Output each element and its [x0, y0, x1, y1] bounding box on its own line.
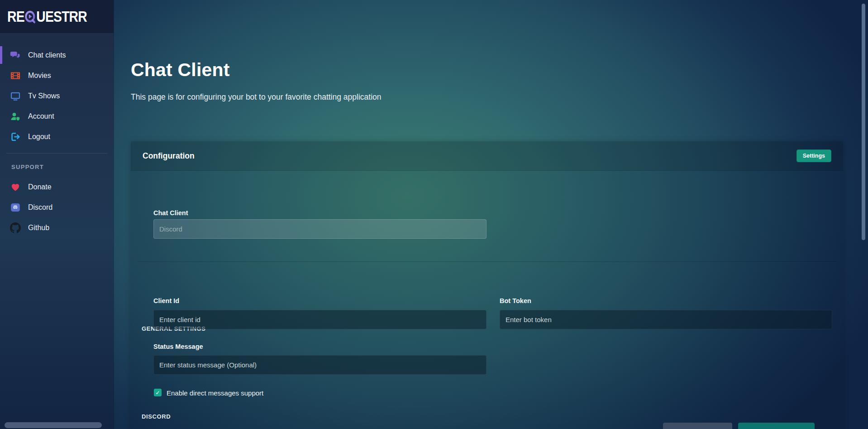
sidebar-item-discord[interactable]: Discord [0, 197, 114, 217]
sidebar-item-tv-shows[interactable]: Tv Shows [0, 86, 114, 106]
discord-section-header: DISCORD [142, 413, 171, 420]
sidebar-item-account[interactable]: Account [0, 106, 114, 126]
client-id-input[interactable] [153, 310, 486, 329]
sidebar-item-chat-clients[interactable]: Chat clients [0, 45, 114, 65]
sidebar-item-label: Account [28, 112, 54, 121]
logo-text-pre: RE [7, 9, 24, 24]
sidebar-item-label: Donate [28, 183, 52, 191]
sidebar-item-github[interactable]: Github [0, 217, 114, 238]
support-section-header: SUPPORT [11, 164, 44, 170]
client-id-label: Client Id [153, 297, 179, 304]
sidebar-item-label: Tv Shows [28, 92, 60, 100]
sidebar-item-label: Movies [28, 72, 51, 80]
sidebar-support-nav: Donate Discord Github [0, 177, 114, 238]
bot-token-input[interactable] [500, 310, 832, 329]
monitor-icon [10, 91, 21, 101]
sidebar-divider [6, 153, 107, 154]
status-message-input[interactable] [153, 355, 486, 375]
dm-support-checkbox-label: Enable direct messages support [167, 389, 263, 397]
logo-band: RE UESTRR [0, 0, 114, 33]
requestrr-logo[interactable]: RE UESTRR [7, 8, 87, 25]
sidebar-item-label: Chat clients [28, 51, 66, 59]
sidebar-item-label: Logout [28, 133, 50, 141]
sidebar-item-donate[interactable]: Donate [0, 177, 114, 197]
sidebar-item-label: Discord [28, 203, 52, 212]
github-icon [10, 222, 21, 233]
discord-icon [10, 202, 21, 213]
secondary-action-button[interactable] [663, 423, 732, 429]
chat-client-label: Chat Client [153, 209, 188, 217]
active-indicator [0, 46, 2, 64]
sidebar-nav: Chat clients Movies Tv Shows [0, 45, 114, 147]
chat-client-input[interactable] [153, 219, 486, 239]
dm-support-checkbox[interactable]: ✓ [154, 389, 162, 396]
card-title: Configuration [143, 151, 195, 161]
sidebar-item-logout[interactable]: Logout [0, 126, 114, 147]
chat-bubbles-icon [10, 50, 21, 61]
section-divider [138, 261, 836, 262]
film-icon [10, 70, 21, 81]
settings-button[interactable]: Settings [796, 149, 831, 162]
magnifier-play-icon [24, 10, 37, 25]
vertical-scrollbar-thumb[interactable] [862, 4, 865, 240]
user-shield-icon [10, 111, 21, 122]
status-message-label: Status Message [153, 343, 203, 350]
page-subtitle: This page is for configuring your bot to… [131, 92, 382, 102]
sidebar: RE UESTRR Chat c [0, 0, 114, 429]
heart-icon [10, 182, 21, 193]
page-title: Chat Client [131, 59, 230, 81]
check-icon: ✓ [155, 390, 160, 396]
logo-text-post: UESTRR [36, 9, 87, 24]
logout-icon [10, 131, 21, 142]
sidebar-item-movies[interactable]: Movies [0, 65, 114, 86]
configuration-card: Configuration Settings GENERAL SETTINGS … [131, 141, 843, 429]
primary-action-button[interactable] [738, 423, 815, 429]
horizontal-scrollbar-thumb[interactable] [5, 422, 102, 428]
sidebar-item-label: Github [28, 224, 49, 232]
card-header: Configuration Settings [131, 141, 843, 171]
bot-token-label: Bot Token [500, 297, 531, 304]
